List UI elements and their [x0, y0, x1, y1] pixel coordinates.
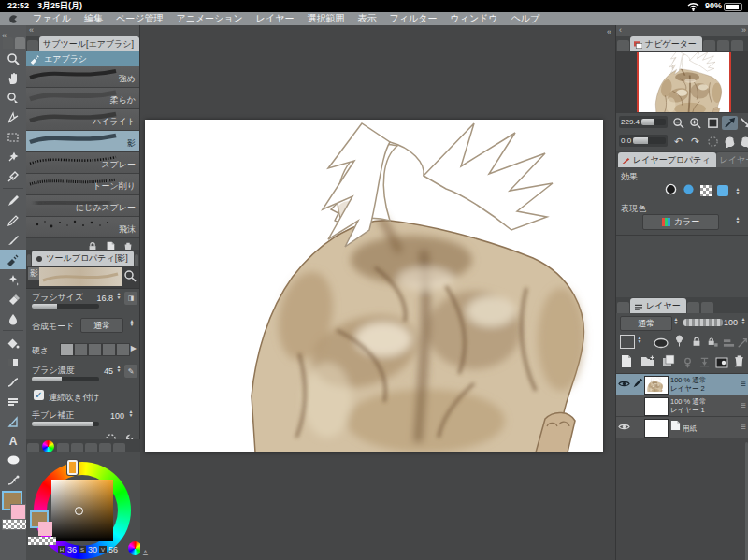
decoration-tool[interactable] [0, 269, 26, 289]
zoom-tool[interactable] [0, 49, 26, 68]
figure-tool[interactable] [0, 372, 26, 392]
flip-vertical-button[interactable] [738, 116, 748, 130]
thumbnail-size-stepper[interactable]: ▲▼ [636, 336, 643, 343]
new-layer-button[interactable] [620, 354, 633, 372]
background-color-swatch[interactable] [10, 504, 26, 520]
balloon-tool[interactable] [0, 451, 26, 470]
panel-transparent-swatch[interactable] [28, 537, 56, 545]
subtool-item-tone-scrape[interactable]: トーン削り [26, 174, 139, 195]
stabilization-stepper[interactable]: ▲▼ [127, 409, 135, 417]
color-history-tab-icon[interactable] [113, 443, 125, 452]
color-slider-tab-icon[interactable] [57, 443, 69, 452]
layers-tab[interactable]: レイヤー [630, 298, 686, 313]
blend-tool[interactable] [0, 309, 26, 328]
delete-layer-button[interactable] [733, 354, 745, 371]
opacity-slider[interactable] [683, 319, 723, 326]
layer-color-button[interactable] [717, 185, 728, 196]
mask-view-icon[interactable] [654, 336, 669, 352]
eraser-tool[interactable] [0, 289, 26, 309]
subtool-tab[interactable]: サブツール[エアブラシ] [39, 36, 139, 51]
menu-file[interactable]: ファイル [33, 12, 71, 25]
hardness-expand-icon[interactable]: ▶ [131, 344, 137, 352]
color-wheel-tab-icon[interactable] [42, 440, 54, 452]
gradient-tool[interactable] [0, 352, 26, 372]
reset-rotation-button[interactable] [705, 135, 721, 149]
layer-row-paper[interactable]: 用紙 ≡ [616, 417, 748, 438]
lock-transparent-icon[interactable] [707, 335, 718, 352]
clip-studio-logo-icon[interactable] [7, 13, 20, 25]
expression-stepper[interactable]: ▲▼ [734, 216, 741, 223]
subtool-item-droplets[interactable]: 飛沫 [26, 217, 139, 238]
document-canvas[interactable] [145, 120, 603, 452]
transfer-down-button[interactable] [682, 355, 694, 372]
layer-row-2[interactable]: 100 % 通常 レイヤー 2 ≡ [616, 374, 748, 395]
operation-tool[interactable] [0, 88, 26, 108]
zoom-out-button[interactable] [670, 116, 686, 130]
toolprop-dock-icon[interactable] [27, 254, 31, 266]
layers-tab3-icon[interactable] [701, 302, 713, 313]
lock-layer-icon[interactable] [691, 335, 702, 352]
tone-effect-button[interactable] [700, 185, 712, 196]
rotate-left-90-button[interactable] [722, 135, 738, 149]
pen-tool[interactable] [0, 191, 26, 210]
blend-mode-dropdown[interactable]: 通常 [80, 318, 123, 333]
continuous-spray-checkbox[interactable]: ✓ [34, 390, 44, 400]
transparent-color-swatch[interactable] [2, 519, 27, 530]
move-canvas-tool[interactable] [0, 68, 26, 88]
subtool-dock-icon[interactable] [27, 40, 38, 51]
brush-size-dynamics-button[interactable]: ◨ [124, 292, 137, 305]
edge-color-button[interactable] [683, 182, 695, 199]
menu-layer[interactable]: レイヤー [256, 12, 295, 25]
layer-move-tool[interactable] [0, 108, 26, 127]
subtool-item-spray[interactable]: スプレー [26, 152, 139, 174]
layer-menu-icon[interactable]: ≡ [741, 400, 746, 410]
density-pressure-button[interactable]: ✎ [124, 365, 137, 378]
pin-icon[interactable] [674, 335, 684, 352]
brush-size-slider[interactable] [32, 304, 99, 309]
fit-to-screen-button[interactable] [705, 116, 721, 130]
navigator-dock-icon[interactable] [617, 40, 629, 51]
layer-property-tab[interactable]: レイヤープロパティ [618, 152, 716, 167]
layer-search-tab[interactable]: レイヤー検索 [716, 152, 748, 167]
subtool-item-soft[interactable]: 柔らか [26, 88, 139, 109]
frame-border-tool[interactable] [0, 392, 26, 411]
stabilization-slider[interactable] [32, 422, 99, 426]
layer-blend-stepper[interactable]: ▲▼ [672, 317, 680, 324]
approx-color-tab-icon[interactable] [99, 443, 111, 452]
reference-layer-icon[interactable] [737, 336, 748, 352]
hardness-segments[interactable] [60, 343, 130, 360]
menu-window[interactable]: ウィンドウ [450, 12, 497, 25]
navigator-tab2-icon[interactable] [703, 40, 715, 51]
layer-thumbnail[interactable] [644, 419, 669, 438]
duplicate-layer-button[interactable] [661, 354, 675, 371]
expression-dropdown[interactable]: カラー [642, 214, 719, 230]
thumbnail-size-button[interactable] [620, 335, 635, 349]
toolprop-tab2-icon[interactable] [135, 254, 138, 266]
opacity-stepper[interactable]: ▲▼ [740, 317, 747, 324]
layer-row-1[interactable]: 100 % 通常 レイヤー 1 ≡ [616, 395, 748, 417]
saturation-value-square[interactable] [51, 480, 113, 541]
layers-tab2-icon[interactable] [687, 302, 699, 313]
rotate-ccw-button[interactable]: ↶ [670, 135, 686, 149]
expand-column-icon[interactable]: » [741, 25, 748, 36]
navigator-preview-area[interactable] [616, 51, 748, 113]
zoom-in-button[interactable] [687, 116, 703, 130]
flip-horizontal-button[interactable] [722, 116, 738, 130]
tool-palette-tab2-icon[interactable] [15, 37, 25, 49]
panel-background-swatch[interactable] [38, 522, 52, 536]
brush-size-stepper[interactable]: ▲▼ [115, 292, 122, 299]
navigator-tab3-icon[interactable] [717, 40, 729, 51]
menu-selection[interactable]: 選択範囲 [308, 12, 345, 25]
auto-select-tool[interactable] [0, 147, 26, 166]
expand-bottom-icon[interactable]: ≙ [142, 550, 149, 558]
new-folder-button[interactable] [640, 354, 654, 371]
selection-tool[interactable] [0, 127, 26, 147]
clip-at-layer-icon[interactable] [723, 336, 735, 352]
layer-thumbnail[interactable] [644, 397, 669, 416]
collapse-subtool-icon[interactable]: « [29, 25, 34, 35]
color-set-tab-icon[interactable] [71, 443, 83, 452]
navigator-tab4-icon[interactable] [731, 40, 743, 51]
brush-tool[interactable] [0, 230, 26, 250]
menu-edit[interactable]: 編集 [84, 12, 103, 25]
navigator-tab[interactable]: ナビゲーター [630, 36, 702, 51]
